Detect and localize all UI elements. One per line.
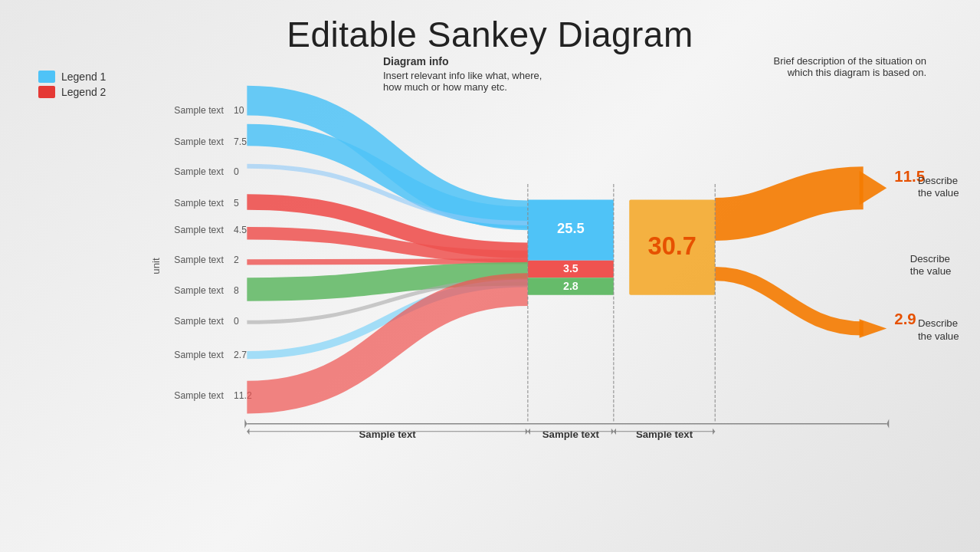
diagram-info-body: Insert relevant info like what, where,ho… bbox=[383, 70, 575, 93]
svg-text:4.5: 4.5 bbox=[234, 225, 247, 235]
svg-text:0: 0 bbox=[234, 166, 239, 177]
svg-text:0: 0 bbox=[234, 316, 239, 327]
svg-text:Sample text: Sample text bbox=[174, 285, 224, 296]
svg-marker-51 bbox=[611, 429, 614, 435]
svg-text:Sample text: Sample text bbox=[174, 390, 224, 401]
svg-marker-47 bbox=[526, 429, 528, 435]
legend-label-2: Legend 2 bbox=[61, 86, 106, 98]
svg-text:the value: the value bbox=[910, 265, 952, 277]
svg-marker-54 bbox=[614, 429, 616, 435]
svg-marker-29 bbox=[860, 319, 887, 337]
svg-text:8: 8 bbox=[234, 285, 239, 296]
legend-item-2: Legend 2 bbox=[38, 86, 138, 98]
diagram-info-title: Diagram info bbox=[383, 55, 575, 67]
svg-marker-46 bbox=[247, 429, 249, 435]
svg-text:Sample text: Sample text bbox=[174, 350, 224, 360]
svg-text:10: 10 bbox=[234, 105, 244, 116]
svg-text:Sample text: Sample text bbox=[174, 316, 224, 327]
svg-text:the value: the value bbox=[918, 330, 959, 342]
svg-marker-50 bbox=[528, 429, 530, 435]
brief-description: Brief description of the situation onwhi… bbox=[750, 55, 926, 78]
page-title: Editable Sankey Diagram bbox=[0, 0, 980, 55]
svg-text:Describe: Describe bbox=[918, 175, 958, 186]
svg-text:Describe: Describe bbox=[918, 317, 958, 329]
sankey-diagram: unit Sample text 10 Sample text 7.5 Samp… bbox=[146, 63, 965, 469]
svg-text:3.5: 3.5 bbox=[563, 262, 578, 274]
svg-text:Describe: Describe bbox=[910, 253, 950, 264]
svg-marker-28 bbox=[860, 171, 887, 205]
svg-text:7.5: 7.5 bbox=[234, 136, 247, 147]
svg-marker-43 bbox=[887, 419, 889, 429]
diagram-info: Diagram info Insert relevant info like w… bbox=[383, 55, 575, 93]
svg-text:Sample text: Sample text bbox=[636, 429, 693, 440]
legend-color-2 bbox=[38, 86, 55, 98]
svg-text:5: 5 bbox=[234, 198, 239, 209]
svg-text:Sample text: Sample text bbox=[174, 225, 224, 235]
svg-text:30.7: 30.7 bbox=[648, 232, 696, 260]
svg-text:Sample text: Sample text bbox=[174, 255, 224, 265]
svg-text:Sample text: Sample text bbox=[359, 429, 417, 440]
svg-text:2.7: 2.7 bbox=[234, 350, 247, 360]
legend-item-1: Legend 1 bbox=[38, 71, 138, 83]
legend-label-1: Legend 1 bbox=[61, 71, 106, 83]
svg-text:2.9: 2.9 bbox=[894, 310, 916, 327]
unit-label: unit bbox=[150, 258, 162, 274]
svg-marker-55 bbox=[713, 429, 715, 435]
svg-text:Sample text: Sample text bbox=[174, 166, 224, 177]
svg-text:Sample text: Sample text bbox=[174, 105, 224, 116]
svg-text:2: 2 bbox=[234, 255, 239, 265]
legend-color-1 bbox=[38, 71, 55, 83]
svg-text:the value: the value bbox=[918, 187, 959, 199]
svg-text:Sample text: Sample text bbox=[174, 198, 224, 209]
svg-text:Sample text: Sample text bbox=[542, 429, 600, 440]
svg-text:2.8: 2.8 bbox=[563, 280, 578, 292]
svg-text:Sample text: Sample text bbox=[174, 136, 224, 147]
svg-marker-42 bbox=[244, 419, 247, 429]
svg-text:25.5: 25.5 bbox=[557, 220, 585, 236]
